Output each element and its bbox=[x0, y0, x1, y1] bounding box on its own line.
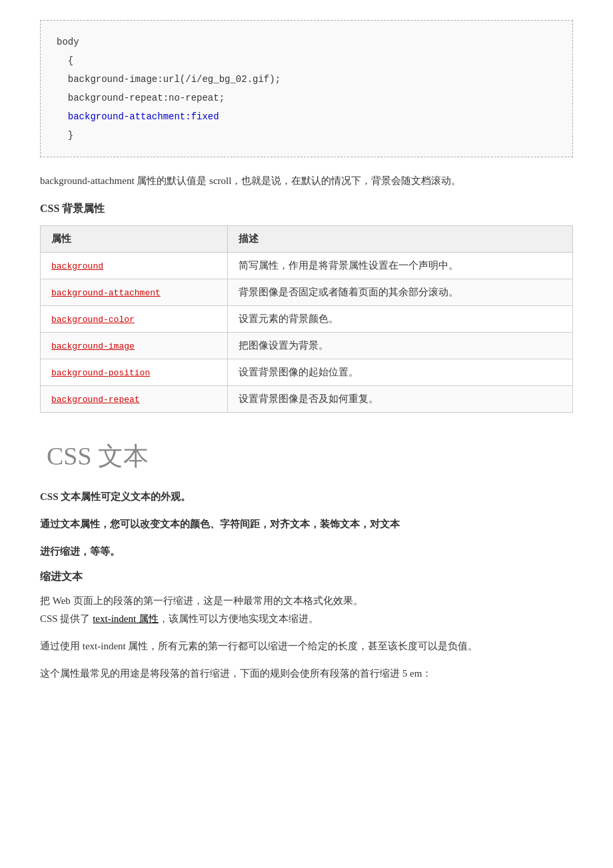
property-link[interactable]: background bbox=[51, 261, 103, 271]
para1-line2-before: CSS 提供了 bbox=[40, 613, 93, 624]
sub-title-indent: 缩进文本 bbox=[40, 570, 573, 584]
table-cell-description: 把图像设置为背景。 bbox=[227, 333, 572, 359]
table-cell-description: 简写属性，作用是将背景属性设置在一个声明中。 bbox=[227, 253, 572, 279]
table-cell-property: background-color bbox=[41, 306, 228, 333]
code-line-6: } bbox=[57, 126, 556, 145]
code-line-3: background-image:url(/i/eg_bg_02.gif); bbox=[57, 70, 556, 89]
css-properties-table: 属性 描述 background简写属性，作用是将背景属性设置在一个声明中。ba… bbox=[40, 225, 573, 413]
code-line-4: background-repeat:no-repeat; bbox=[57, 89, 556, 107]
paragraph-2: 通过使用 text-indent 属性，所有元素的第一行都可以缩进一个给定的长度… bbox=[40, 637, 573, 655]
table-cell-description: 背景图像是否固定或者随着页面的其余部分滚动。 bbox=[227, 279, 572, 306]
description-text: background-attachment 属性的默认值是 scroll，也就是… bbox=[40, 172, 573, 190]
table-header-property: 属性 bbox=[41, 226, 228, 253]
css-text-bold-3: 进行缩进，等等。 bbox=[40, 543, 573, 561]
code-block: body { background-image:url(/i/eg_bg_02.… bbox=[40, 20, 573, 157]
table-cell-property: background-repeat bbox=[41, 386, 228, 413]
property-link[interactable]: background-repeat bbox=[51, 395, 140, 405]
table-cell-property: background bbox=[41, 253, 228, 279]
css-text-bold-1: CSS 文本属性可定义文本的外观。 bbox=[40, 488, 573, 506]
table-cell-property: background-image bbox=[41, 333, 228, 359]
para1-line2-after: ，该属性可以方便地实现文本缩进。 bbox=[159, 613, 318, 624]
code-line-2: { bbox=[57, 51, 556, 70]
table-cell-property: background-attachment bbox=[41, 279, 228, 306]
paragraph-1: 把 Web 页面上的段落的第一行缩进，这是一种最常用的文本格式化效果。 CSS … bbox=[40, 592, 573, 628]
table-cell-description: 设置元素的背景颜色。 bbox=[227, 306, 572, 333]
table-header-description: 描述 bbox=[227, 226, 572, 253]
property-link[interactable]: background-image bbox=[51, 341, 135, 351]
table-row: background-position设置背景图像的起始位置。 bbox=[41, 359, 573, 386]
table-row: background简写属性，作用是将背景属性设置在一个声明中。 bbox=[41, 253, 573, 279]
table-section-title: CSS 背景属性 bbox=[40, 202, 573, 216]
table-cell-property: background-position bbox=[41, 359, 228, 386]
code-blue-text: background-attachment:fixed bbox=[68, 111, 219, 122]
table-row: background-attachment背景图像是否固定或者随着页面的其余部分… bbox=[41, 279, 573, 306]
css-text-heading: CSS 文本 bbox=[40, 439, 573, 473]
table-row: background-color设置元素的背景颜色。 bbox=[41, 306, 573, 333]
code-line-5: background-attachment:fixed bbox=[57, 107, 556, 126]
property-link[interactable]: background-position bbox=[51, 368, 150, 378]
table-cell-description: 设置背景图像的起始位置。 bbox=[227, 359, 572, 386]
text-indent-link[interactable]: text-indent 属性 bbox=[93, 613, 159, 624]
paragraph-3: 这个属性最常见的用途是将段落的首行缩进，下面的规则会使所有段落的首行缩进 5 e… bbox=[40, 665, 573, 683]
table-row: background-repeat设置背景图像是否及如何重复。 bbox=[41, 386, 573, 413]
property-link[interactable]: background-attachment bbox=[51, 288, 161, 298]
table-cell-description: 设置背景图像是否及如何重复。 bbox=[227, 386, 572, 413]
para1-line1: 把 Web 页面上的段落的第一行缩进，这是一种最常用的文本格式化效果。 bbox=[40, 595, 363, 606]
property-link[interactable]: background-color bbox=[51, 315, 135, 325]
table-row: background-image把图像设置为背景。 bbox=[41, 333, 573, 359]
css-text-bold-2: 通过文本属性，您可以改变文本的颜色、字符间距，对齐文本，装饰文本，对文本 bbox=[40, 515, 573, 533]
code-line-1: body bbox=[57, 33, 556, 51]
